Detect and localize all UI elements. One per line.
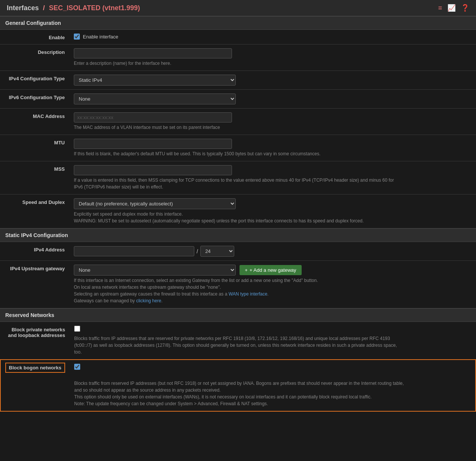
cidr-slash: / xyxy=(197,248,198,254)
mtu-input[interactable] xyxy=(74,139,232,149)
reserved-networks-table: Block private networksand loopback addre… xyxy=(0,322,476,412)
block-private-row: Block private networksand loopback addre… xyxy=(0,322,476,360)
chart-icon[interactable]: 📈 xyxy=(447,4,456,12)
ipv4-type-row: IPv4 Configuration Type Static IPv4 None… xyxy=(0,71,476,90)
enable-row: Enable Enable interface xyxy=(0,30,476,44)
description-value-cell: SEC_ISOLATED Enter a description (name) … xyxy=(72,44,476,71)
description-hint: Enter a description (name) for the inter… xyxy=(74,60,472,67)
list-icon[interactable]: ≡ xyxy=(438,4,442,12)
enable-row-inner: Enable interface xyxy=(74,34,472,40)
add-gateway-label: + Add a new gateway xyxy=(250,267,296,273)
breadcrumb-base[interactable]: Interfaces xyxy=(7,4,39,12)
wan-type-link[interactable]: WAN type interface xyxy=(229,291,267,297)
enable-label: Enable xyxy=(0,30,72,44)
mss-hint: If a value is entered in this field, the… xyxy=(74,177,398,190)
static-ipv4-header: Static IPv4 Configuration xyxy=(0,228,476,242)
add-gateway-button[interactable]: + + Add a new gateway xyxy=(240,265,302,275)
ipv4-type-value-cell: Static IPv4 None DHCP PPP PPPoE PPTP L2T… xyxy=(72,71,476,90)
ipv6-type-value-cell: None Static IPv6 DHCPv6 SLAAC 6rd Tunnel… xyxy=(72,90,476,109)
help-icon[interactable]: ❓ xyxy=(461,4,469,12)
block-private-value-cell: Blocks traffic from IP addresses that ar… xyxy=(72,322,476,360)
enable-interface-checkbox[interactable] xyxy=(74,34,80,40)
mac-input[interactable] xyxy=(74,112,232,123)
general-config-header: General Configuration xyxy=(0,16,476,30)
ipv4-address-input[interactable]: 10.9.9.1 xyxy=(74,246,194,256)
block-bogon-hint: Blocks traffic from reserved IP addresse… xyxy=(74,373,406,407)
mac-label: MAC Address xyxy=(0,109,72,135)
ipv6-type-select[interactable]: None Static IPv6 DHCPv6 SLAAC 6rd Tunnel… xyxy=(74,93,236,104)
gateway-row: IPv4 Upstream gateway None + + Add a new… xyxy=(0,261,476,308)
page-title: SEC_ISOLATED (vtnet1.999) xyxy=(49,4,140,12)
reserved-networks-header: Reserved Networks xyxy=(0,308,476,322)
cidr-select[interactable]: 1234 5678 9101112 13141516 17181920 2122… xyxy=(200,246,234,257)
mss-label: MSS xyxy=(0,161,72,195)
ipv4-type-label: IPv4 Configuration Type xyxy=(0,71,72,90)
mtu-hint: If this field is blank, the adapter's de… xyxy=(74,150,472,157)
mss-row: MSS If a value is entered in this field,… xyxy=(0,161,476,195)
ipv4-address-inner: 10.9.9.1 / 1234 5678 9101112 13141516 17… xyxy=(74,246,472,257)
clicking-here-link[interactable]: clicking here xyxy=(136,298,161,303)
gateway-hint: If this interface is an Internet connect… xyxy=(74,277,472,304)
enable-value-cell: Enable interface xyxy=(72,30,476,44)
block-bogon-label-cell: Block bogon networks xyxy=(0,360,72,411)
header-icons: ≡ 📈 ❓ xyxy=(438,4,469,12)
gateway-select[interactable]: None xyxy=(74,265,236,276)
static-ipv4-table: IPv4 Address 10.9.9.1 / 1234 5678 910111… xyxy=(0,242,476,308)
mss-input[interactable] xyxy=(74,165,232,175)
ipv4-address-value-cell: 10.9.9.1 / 1234 5678 9101112 13141516 17… xyxy=(72,242,476,261)
description-label: Description xyxy=(0,44,72,71)
ipv4-address-label: IPv4 Address xyxy=(0,242,72,261)
speed-duplex-label: Speed and Duplex xyxy=(0,195,72,228)
mtu-row: MTU If this field is blank, the adapter'… xyxy=(0,135,476,161)
mtu-label: MTU xyxy=(0,135,72,161)
block-private-label: Block private networksand loopback addre… xyxy=(0,322,72,360)
speed-hint1: Explicitly set speed and duplex mode for… xyxy=(74,211,398,224)
mac-value-cell: The MAC address of a VLAN interface must… xyxy=(72,109,476,135)
breadcrumb-separator: / xyxy=(43,4,45,12)
plus-icon: + xyxy=(245,267,248,273)
ipv6-type-row: IPv6 Configuration Type None Static IPv6… xyxy=(0,90,476,109)
general-config-table: Enable Enable interface Description SEC_… xyxy=(0,30,476,228)
mtu-value-cell: If this field is blank, the adapter's de… xyxy=(72,135,476,161)
top-header: Interfaces / SEC_ISOLATED (vtnet1.999) ≡… xyxy=(0,0,476,16)
block-bogon-row: Block bogon networks Blocks traffic from… xyxy=(0,360,476,411)
enable-interface-label[interactable]: Enable interface xyxy=(83,34,118,40)
block-bogon-value-cell: Blocks traffic from reserved IP addresse… xyxy=(72,360,476,411)
mss-value-cell: If a value is entered in this field, the… xyxy=(72,161,476,195)
block-private-hint: Blocks traffic from IP addresses that ar… xyxy=(74,335,406,355)
ipv4-type-select[interactable]: Static IPv4 None DHCP PPP PPPoE PPTP L2T… xyxy=(74,75,236,86)
speed-duplex-value-cell: Default (no preference, typically autose… xyxy=(72,195,476,228)
ipv6-type-label: IPv6 Configuration Type xyxy=(0,90,72,109)
block-bogon-label: Block bogon networks xyxy=(5,363,65,373)
speed-duplex-row: Speed and Duplex Default (no preference,… xyxy=(0,195,476,228)
ipv4-address-row: IPv4 Address 10.9.9.1 / 1234 5678 910111… xyxy=(0,242,476,261)
gateway-label: IPv4 Upstream gateway xyxy=(0,261,72,308)
gateway-value-cell: None + + Add a new gateway If this inter… xyxy=(72,261,476,308)
breadcrumb: Interfaces / SEC_ISOLATED (vtnet1.999) xyxy=(7,4,140,12)
mac-row: MAC Address The MAC address of a VLAN in… xyxy=(0,109,476,135)
description-row: Description SEC_ISOLATED Enter a descrip… xyxy=(0,44,476,71)
speed-duplex-select[interactable]: Default (no preference, typically autose… xyxy=(74,198,236,209)
block-private-checkbox[interactable] xyxy=(74,326,80,332)
block-bogon-checkbox[interactable] xyxy=(74,364,80,370)
mac-hint: The MAC address of a VLAN interface must… xyxy=(74,124,472,131)
gateway-row-inner: None + + Add a new gateway xyxy=(74,265,472,276)
description-input[interactable]: SEC_ISOLATED xyxy=(74,48,232,58)
